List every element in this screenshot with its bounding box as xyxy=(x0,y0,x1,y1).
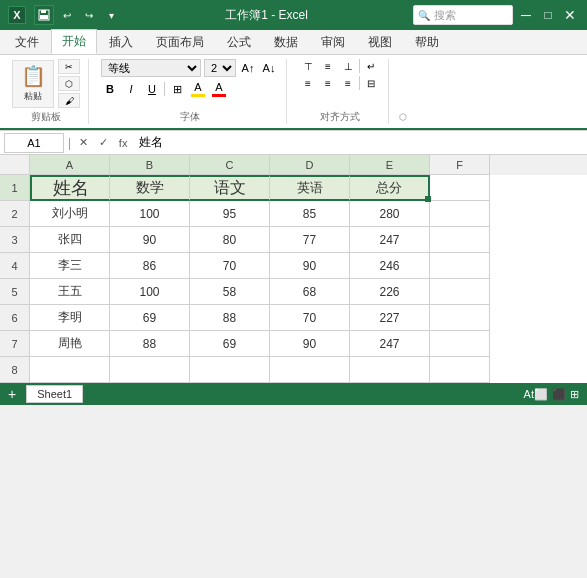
cell-d3[interactable]: 77 xyxy=(270,227,350,253)
cell-a5[interactable]: 王五 xyxy=(30,279,110,305)
insert-function-button[interactable]: fx xyxy=(115,135,131,151)
cell-d5[interactable]: 68 xyxy=(270,279,350,305)
format-painter-button[interactable]: 🖌 xyxy=(58,93,80,108)
cell-c7[interactable]: 69 xyxy=(190,331,270,357)
copy-button[interactable]: ⬡ xyxy=(58,76,80,91)
cell-b5[interactable]: 100 xyxy=(110,279,190,305)
cell-b4[interactable]: 86 xyxy=(110,253,190,279)
border-button[interactable]: ⊞ xyxy=(168,80,186,98)
wrap-text-button[interactable]: ↵ xyxy=(362,59,380,73)
cell-c4[interactable]: 70 xyxy=(190,253,270,279)
cut-button[interactable]: ✂ xyxy=(58,59,80,74)
tab-formula[interactable]: 公式 xyxy=(216,30,262,54)
cell-e7[interactable]: 247 xyxy=(350,331,430,357)
align-right-button[interactable]: ≡ xyxy=(339,76,357,90)
cell-f1[interactable] xyxy=(430,175,490,201)
fill-handle[interactable] xyxy=(425,196,431,202)
formula-input[interactable] xyxy=(135,136,583,150)
redo-button[interactable]: ↪ xyxy=(80,6,98,24)
cell-d2[interactable]: 85 xyxy=(270,201,350,227)
cell-e4[interactable]: 246 xyxy=(350,253,430,279)
cell-a3[interactable]: 张四 xyxy=(30,227,110,253)
tab-insert[interactable]: 插入 xyxy=(98,30,144,54)
cell-d7[interactable]: 90 xyxy=(270,331,350,357)
col-header-b[interactable]: B xyxy=(110,155,190,175)
tab-help[interactable]: 帮助 xyxy=(404,30,450,54)
cell-b3[interactable]: 90 xyxy=(110,227,190,253)
sheet-tab-1[interactable]: Sheet1 xyxy=(26,385,83,403)
minimize-button[interactable]: ─ xyxy=(517,6,535,24)
decrease-font-button[interactable]: A↓ xyxy=(260,59,278,77)
cell-c8[interactable] xyxy=(190,357,270,383)
cell-f7[interactable] xyxy=(430,331,490,357)
fill-color-button[interactable]: A xyxy=(189,80,207,98)
paste-button[interactable]: 📋 粘贴 xyxy=(12,60,54,108)
col-header-a[interactable]: A xyxy=(30,155,110,175)
confirm-formula-button[interactable]: ✓ xyxy=(95,135,111,151)
maximize-button[interactable]: □ xyxy=(539,6,557,24)
font-size-select[interactable]: 24 xyxy=(204,59,236,77)
search-box[interactable]: 🔍 搜索 xyxy=(413,5,513,25)
cell-e2[interactable]: 280 xyxy=(350,201,430,227)
font-color-button[interactable]: A xyxy=(210,80,228,98)
col-header-e[interactable]: E xyxy=(350,155,430,175)
cell-c1[interactable]: 语文 xyxy=(190,175,270,201)
view-layout-button[interactable]: ⬛ xyxy=(552,388,566,401)
cell-c5[interactable]: 58 xyxy=(190,279,270,305)
undo-button[interactable]: ↩ xyxy=(58,6,76,24)
view-page-button[interactable]: ⊞ xyxy=(570,388,579,401)
cell-a7[interactable]: 周艳 xyxy=(30,331,110,357)
cell-c2[interactable]: 95 xyxy=(190,201,270,227)
cell-b7[interactable]: 88 xyxy=(110,331,190,357)
cell-b6[interactable]: 69 xyxy=(110,305,190,331)
italic-button[interactable]: I xyxy=(122,80,140,98)
cell-b8[interactable] xyxy=(110,357,190,383)
customize-button[interactable]: ▾ xyxy=(102,6,120,24)
tab-home[interactable]: 开始 xyxy=(51,29,97,54)
cell-f3[interactable] xyxy=(430,227,490,253)
cell-d8[interactable] xyxy=(270,357,350,383)
tab-data[interactable]: 数据 xyxy=(263,30,309,54)
close-button[interactable]: ✕ xyxy=(561,6,579,24)
cell-b2[interactable]: 100 xyxy=(110,201,190,227)
cell-e6[interactable]: 227 xyxy=(350,305,430,331)
add-sheet-button[interactable]: + xyxy=(8,386,16,402)
increase-font-button[interactable]: A↑ xyxy=(239,59,257,77)
cell-a2[interactable]: 刘小明 xyxy=(30,201,110,227)
align-left-button[interactable]: ≡ xyxy=(299,76,317,90)
merge-cells-button[interactable]: ⊟ xyxy=(362,76,380,90)
align-bottom-button[interactable]: ⊥ xyxy=(339,59,357,73)
align-top-button[interactable]: ⊤ xyxy=(299,59,317,73)
cell-e3[interactable]: 247 xyxy=(350,227,430,253)
underline-button[interactable]: U xyxy=(143,80,161,98)
cell-f2[interactable] xyxy=(430,201,490,227)
cell-f4[interactable] xyxy=(430,253,490,279)
cell-b1[interactable]: 数学 xyxy=(110,175,190,201)
cell-e1[interactable]: 总分 xyxy=(350,175,430,201)
cell-e5[interactable]: 226 xyxy=(350,279,430,305)
cell-f5[interactable] xyxy=(430,279,490,305)
cancel-formula-button[interactable]: ✕ xyxy=(75,135,91,151)
align-middle-button[interactable]: ≡ xyxy=(319,59,337,73)
cell-c3[interactable]: 80 xyxy=(190,227,270,253)
col-header-f[interactable]: F xyxy=(430,155,490,175)
align-center-button[interactable]: ≡ xyxy=(319,76,337,90)
col-header-d[interactable]: D xyxy=(270,155,350,175)
tab-pagelayout[interactable]: 页面布局 xyxy=(145,30,215,54)
tab-view[interactable]: 视图 xyxy=(357,30,403,54)
cell-a1[interactable]: 姓名 xyxy=(30,175,110,201)
col-header-c[interactable]: C xyxy=(190,155,270,175)
cell-a8[interactable] xyxy=(30,357,110,383)
cell-d4[interactable]: 90 xyxy=(270,253,350,279)
cell-a4[interactable]: 李三 xyxy=(30,253,110,279)
cell-reference-input[interactable] xyxy=(4,133,64,153)
tab-file[interactable]: 文件 xyxy=(4,30,50,54)
cell-f8[interactable] xyxy=(430,357,490,383)
cell-d1[interactable]: 英语 xyxy=(270,175,350,201)
bold-button[interactable]: B xyxy=(101,80,119,98)
cell-a6[interactable]: 李明 xyxy=(30,305,110,331)
cell-e8[interactable] xyxy=(350,357,430,383)
cell-d6[interactable]: 70 xyxy=(270,305,350,331)
view-normal-button[interactable]: ⬜ xyxy=(534,388,548,401)
cell-c6[interactable]: 88 xyxy=(190,305,270,331)
